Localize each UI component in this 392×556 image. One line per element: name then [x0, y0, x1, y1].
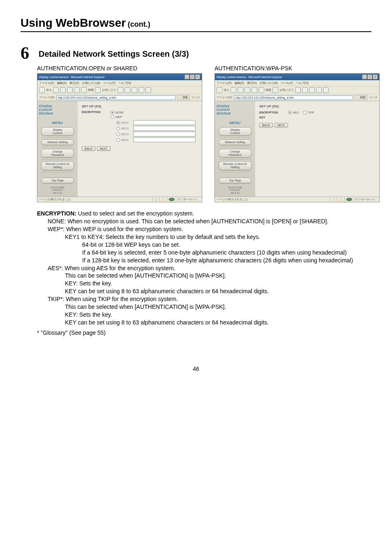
radio-tkip-label: TKIP	[308, 111, 314, 114]
sidebar-item-top-page[interactable]: Top Page	[219, 178, 251, 183]
host-line2: PJ01SxP	[51, 189, 65, 192]
divider	[219, 137, 251, 138]
maximize-icon[interactable]: □	[367, 74, 372, 79]
status-zone: インターネット	[353, 197, 376, 202]
go-button[interactable]: → 移動	[355, 95, 367, 100]
links-label[interactable]: リンク	[369, 95, 378, 100]
toolbar[interactable]: 戻る 検索 お気に入り	[215, 86, 379, 94]
refresh-icon[interactable]	[244, 87, 250, 93]
close-icon[interactable]: ×	[195, 74, 200, 79]
radio-key4[interactable]	[116, 138, 120, 142]
address-label: アドレス(D)	[39, 95, 55, 100]
forward-icon[interactable]	[231, 87, 236, 93]
encryption-label: ENCRYPTION	[82, 111, 106, 114]
address-label: アドレス(D)	[217, 95, 232, 100]
sidebar-item-network-setting[interactable]: Network Setting	[41, 139, 74, 145]
key4-input[interactable]	[133, 137, 196, 142]
search-icon[interactable]	[81, 87, 87, 93]
status-zone: インターネット	[176, 197, 199, 202]
window-controls[interactable]: _□×	[184, 74, 200, 79]
search-icon[interactable]	[258, 87, 264, 93]
next-button[interactable]: NEXT	[97, 146, 111, 151]
media-icon[interactable]	[118, 87, 123, 93]
fav-icon[interactable]	[95, 87, 101, 93]
next-button[interactable]: NEXT	[274, 123, 288, 127]
print-icon[interactable]	[316, 87, 322, 93]
radio-aes[interactable]: AES	[288, 111, 299, 114]
key2-input[interactable]	[133, 126, 196, 131]
close-icon[interactable]: ×	[373, 74, 378, 79]
address-input[interactable]: http://169.254.144.225/network_setting_a…	[234, 95, 353, 100]
sidebar-item-display-control[interactable]: Display Control	[41, 127, 74, 136]
media-icon[interactable]	[295, 87, 301, 93]
radio-key3[interactable]	[116, 132, 120, 136]
tkip-l1: This can be selected when [AUTHENTICATIO…	[65, 303, 371, 311]
sidebar-item-change-password[interactable]: Change Password	[41, 149, 74, 158]
wep-head: WEP*: When WEP is used for the encryptio…	[48, 225, 371, 233]
home-icon[interactable]	[74, 87, 80, 93]
wep-l3: If a 64-bit key is selected, enter 5 one…	[82, 249, 371, 257]
minimize-icon[interactable]: _	[184, 74, 189, 79]
divider	[42, 172, 74, 172]
sidebar-item-remote-id[interactable]: Remote Control ID Setting	[41, 161, 74, 170]
host-line3: Ver.1.51	[51, 192, 65, 195]
divider	[219, 147, 251, 147]
radio-tkip[interactable]: TKIP	[303, 111, 314, 114]
radio-wep[interactable]: WEP	[111, 115, 196, 119]
encryption-label: ENCRYPTION	[259, 111, 284, 114]
forward-icon[interactable]	[53, 87, 59, 93]
sidebar-item-top-page[interactable]: Top Page	[41, 178, 74, 183]
window-controls[interactable]: _□×	[362, 74, 378, 79]
edit-icon[interactable]	[323, 87, 329, 93]
go-button[interactable]: → 移動	[177, 95, 190, 100]
mail-icon[interactable]	[131, 87, 137, 93]
aes-l1: This can be selected when [AUTHENTICATIO…	[65, 272, 371, 280]
edit-icon[interactable]	[145, 87, 151, 93]
sidebar-item-change-password[interactable]: Change Password	[219, 149, 251, 158]
browser-window-wpa: Display control window - Microsoft Inter…	[214, 73, 380, 202]
stop-icon[interactable]	[60, 87, 66, 93]
divider	[219, 172, 251, 172]
radio-key2[interactable]	[116, 127, 120, 130]
radio-none[interactable]: NONE	[111, 111, 196, 114]
sidebar: Display Control Window MENU Display Cont…	[215, 101, 255, 197]
refresh-icon[interactable]	[67, 87, 73, 93]
minimize-icon[interactable]: _	[362, 74, 367, 79]
fav-icon[interactable]	[272, 87, 278, 93]
sidebar-item-remote-id[interactable]: Remote Control ID Setting	[219, 161, 251, 170]
sidebar-item-network-setting[interactable]: Network Setting	[219, 139, 251, 145]
menubar[interactable]: ファイル(F) 編集(E) 表示(V) お気に入り(A) ツール(T) ヘルプ(…	[215, 80, 379, 86]
print-icon[interactable]	[138, 87, 144, 93]
key1-label: KEY1	[121, 121, 132, 124]
links-label[interactable]: リンク	[191, 95, 200, 100]
history-icon[interactable]	[125, 87, 130, 93]
key3-input[interactable]	[133, 132, 196, 137]
wep-l1: KEY1 to KEY4: Selects the key numbers to…	[65, 233, 371, 241]
menubar[interactable]: ファイル(F) 編集(E) 表示(V) お気に入り(A) ツール(T) ヘルプ(…	[37, 80, 202, 86]
wep-l4: If a 128-bit key is selected, enter 13 o…	[82, 257, 371, 264]
fav-label: お気に入り	[279, 88, 294, 92]
aes-head: AES*: When using AES for the encryption …	[48, 264, 371, 272]
stop-icon[interactable]	[238, 87, 243, 93]
search-label: 検索	[265, 88, 271, 92]
radio-key1[interactable]	[116, 121, 120, 125]
globe-icon	[346, 198, 352, 201]
divider	[219, 159, 251, 160]
wep-l2: 64-bit or 128-bit WEP keys can be set.	[82, 241, 371, 249]
home-icon[interactable]	[251, 87, 257, 93]
back-icon[interactable]	[39, 87, 45, 93]
address-input[interactable]: http://169.254.144.225/network_setting_a…	[56, 95, 175, 100]
key1-input[interactable]	[133, 120, 196, 125]
status-text: ページが表示されました	[39, 197, 71, 202]
page-title-sub: (cont.)	[128, 20, 150, 28]
sidebar-item-display-control[interactable]: Display Control	[219, 127, 251, 136]
back-button[interactable]: BACK	[82, 146, 95, 151]
toolbar[interactable]: 戻る 検索 お気に入り	[37, 86, 202, 94]
mail-icon[interactable]	[309, 87, 315, 93]
back-icon[interactable]	[217, 87, 222, 93]
history-icon[interactable]	[302, 87, 308, 93]
host-line1: HOSTNAME	[51, 186, 65, 189]
maximize-icon[interactable]: □	[190, 74, 195, 79]
tkip-head: TKIP*: When using TKIP for the encryptio…	[48, 295, 371, 303]
back-button[interactable]: BACK	[259, 123, 273, 127]
